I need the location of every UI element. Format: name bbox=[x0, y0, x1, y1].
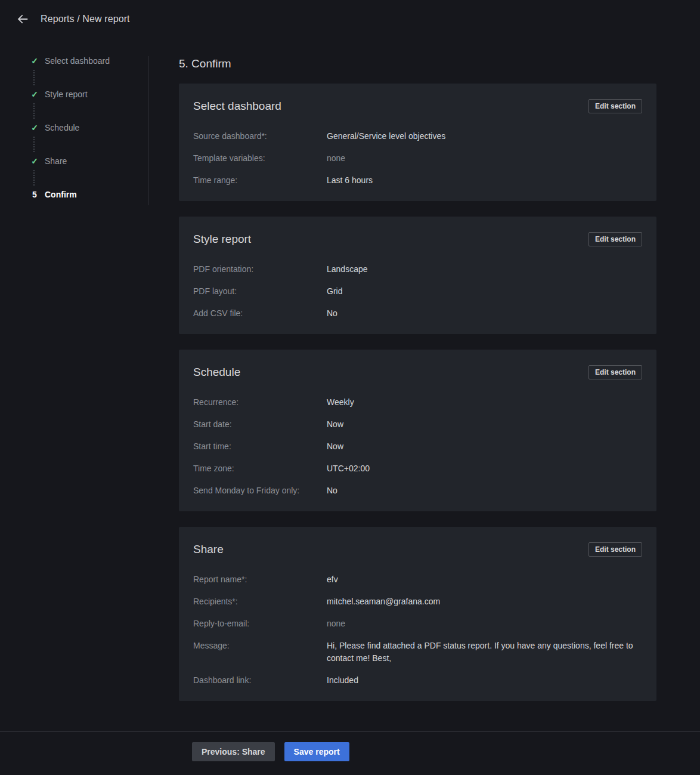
field-label: Message: bbox=[193, 640, 327, 665]
back-button[interactable] bbox=[14, 11, 31, 27]
field-label: Send Monday to Friday only: bbox=[193, 484, 327, 497]
field-label: Time zone: bbox=[193, 462, 327, 475]
field-label: Add CSV file: bbox=[193, 307, 327, 320]
section-title: Select dashboard bbox=[193, 100, 281, 113]
field-row: Send Monday to Friday only: No bbox=[193, 484, 642, 497]
section-fields: PDF orientation: Landscape PDF layout: G… bbox=[193, 263, 642, 320]
field-row: Start time: Now bbox=[193, 440, 642, 453]
page-heading: 5. Confirm bbox=[179, 56, 656, 72]
section-card: Share Edit section Report name*: efv Rec… bbox=[179, 527, 656, 701]
step-connector bbox=[33, 70, 35, 85]
field-label: Start date: bbox=[193, 418, 327, 431]
step-item[interactable]: ✓ Style report bbox=[30, 89, 148, 99]
save-report-button[interactable]: Save report bbox=[284, 742, 349, 761]
arrow-left-icon bbox=[16, 13, 29, 26]
field-label: Dashboard link: bbox=[193, 674, 327, 687]
section-fields: Recurrence: Weekly Start date: Now Start… bbox=[193, 396, 642, 497]
field-value: Landscape bbox=[327, 263, 368, 276]
edit-section-button[interactable]: Edit section bbox=[589, 365, 642, 379]
step-item[interactable]: ✓ Select dashboard bbox=[30, 56, 148, 66]
field-value: Now bbox=[327, 418, 343, 431]
section-header: Share Edit section bbox=[193, 541, 642, 558]
field-label: Start time: bbox=[193, 440, 327, 453]
step-label: Confirm bbox=[45, 190, 77, 199]
step-connector bbox=[33, 103, 35, 119]
field-label: Time range: bbox=[193, 174, 327, 187]
step-status-icon: ✓ bbox=[30, 56, 39, 66]
field-value: none bbox=[327, 152, 345, 165]
field-value: mitchel.seaman@grafana.com bbox=[327, 595, 440, 608]
field-row: Template variables: none bbox=[193, 152, 642, 165]
field-value: General/Service level objectives bbox=[327, 130, 445, 143]
field-label: Reply-to-email: bbox=[193, 617, 327, 630]
step-label: Style report bbox=[45, 89, 88, 99]
field-label: Source dashboard*: bbox=[193, 130, 327, 143]
field-value: UTC+02:00 bbox=[327, 462, 370, 475]
field-value: Last 6 hours bbox=[327, 174, 373, 187]
footer-bar: Previous: Share Save report bbox=[0, 731, 700, 775]
field-row: Time range: Last 6 hours bbox=[193, 174, 642, 187]
step-status-icon: ✓ bbox=[30, 89, 39, 99]
step-item[interactable]: 5 Confirm bbox=[30, 190, 148, 199]
section-header: Select dashboard Edit section bbox=[193, 98, 642, 115]
section-fields: Source dashboard*: General/Service level… bbox=[193, 130, 642, 187]
edit-section-button[interactable]: Edit section bbox=[589, 232, 642, 246]
section-fields: Report name*: efv Recipients*: mitchel.s… bbox=[193, 573, 642, 687]
step-item[interactable]: ✓ Share bbox=[30, 156, 148, 166]
section-title: Style report bbox=[193, 233, 251, 246]
sections-container: Select dashboard Edit section Source das… bbox=[179, 84, 656, 701]
field-value: Included bbox=[327, 674, 358, 687]
field-value: none bbox=[327, 617, 345, 630]
field-row: PDF layout: Grid bbox=[193, 285, 642, 298]
field-value: No bbox=[327, 307, 337, 320]
field-label: Report name*: bbox=[193, 573, 327, 586]
field-row: Reply-to-email: none bbox=[193, 617, 642, 630]
field-label: Template variables: bbox=[193, 152, 327, 165]
step-item[interactable]: ✓ Schedule bbox=[30, 123, 148, 132]
section-header: Schedule Edit section bbox=[193, 364, 642, 381]
field-label: PDF orientation: bbox=[193, 263, 327, 276]
field-row: Start date: Now bbox=[193, 418, 642, 431]
field-value: No bbox=[327, 484, 337, 497]
section-card: Select dashboard Edit section Source das… bbox=[179, 84, 656, 201]
field-value: Grid bbox=[327, 285, 342, 298]
step-status-icon: ✓ bbox=[30, 156, 39, 166]
field-row: Dashboard link: Included bbox=[193, 674, 642, 687]
step-status-icon: ✓ bbox=[30, 123, 39, 132]
field-value: Hi, Please find attached a PDF status re… bbox=[327, 640, 642, 665]
step-status-icon: 5 bbox=[30, 190, 39, 199]
main-area: ✓ Select dashboard ✓ Style report ✓ Sche… bbox=[0, 38, 700, 731]
field-row: Recipients*: mitchel.seaman@grafana.com bbox=[193, 595, 642, 608]
step-label: Schedule bbox=[45, 123, 79, 132]
side-column: ✓ Select dashboard ✓ Style report ✓ Sche… bbox=[0, 38, 179, 731]
field-row: PDF orientation: Landscape bbox=[193, 263, 642, 276]
step-label: Select dashboard bbox=[45, 56, 110, 66]
section-card: Schedule Edit section Recurrence: Weekly… bbox=[179, 350, 656, 511]
step-connector bbox=[33, 137, 35, 152]
field-label: PDF layout: bbox=[193, 285, 327, 298]
section-title: Schedule bbox=[193, 366, 240, 379]
content-column: 5. Confirm Select dashboard Edit section… bbox=[179, 56, 656, 731]
section-title: Share bbox=[193, 543, 224, 556]
field-row: Add CSV file: No bbox=[193, 307, 642, 320]
edit-section-button[interactable]: Edit section bbox=[589, 99, 642, 113]
field-value: efv bbox=[327, 573, 338, 586]
section-card: Style report Edit section PDF orientatio… bbox=[179, 217, 656, 334]
step-connector bbox=[33, 170, 35, 186]
steps-nav: ✓ Select dashboard ✓ Style report ✓ Sche… bbox=[30, 56, 149, 205]
field-value: Now bbox=[327, 440, 343, 453]
page-header: Reports / New report bbox=[0, 0, 700, 38]
field-value: Weekly bbox=[327, 396, 354, 409]
breadcrumb[interactable]: Reports / New report bbox=[41, 14, 130, 24]
field-row: Recurrence: Weekly bbox=[193, 396, 642, 409]
field-row: Message: Hi, Please find attached a PDF … bbox=[193, 640, 642, 665]
field-row: Time zone: UTC+02:00 bbox=[193, 462, 642, 475]
previous-button[interactable]: Previous: Share bbox=[192, 742, 275, 761]
edit-section-button[interactable]: Edit section bbox=[589, 542, 642, 557]
step-label: Share bbox=[45, 156, 67, 166]
field-row: Report name*: efv bbox=[193, 573, 642, 586]
field-label: Recurrence: bbox=[193, 396, 327, 409]
section-header: Style report Edit section bbox=[193, 231, 642, 248]
field-row: Source dashboard*: General/Service level… bbox=[193, 130, 642, 143]
field-label: Recipients*: bbox=[193, 595, 327, 608]
